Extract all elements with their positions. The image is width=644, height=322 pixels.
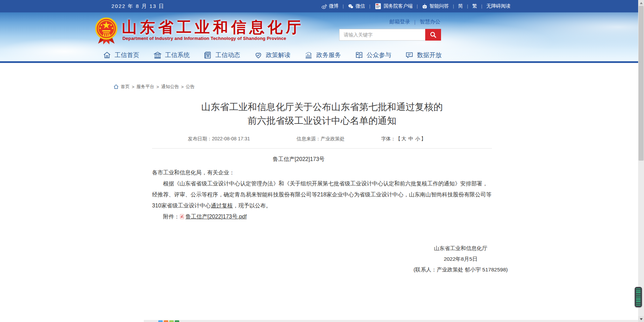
- font-size-large-button[interactable]: 大: [400, 136, 407, 141]
- pdf-icon: [180, 214, 185, 219]
- article-title: 山东省工业和信息化厅关于公布山东省第七批和通过复核的 前六批省级工业设计中心名单…: [152, 100, 492, 128]
- share-wechat-icon[interactable]: [164, 320, 168, 322]
- search-input[interactable]: [339, 29, 425, 41]
- breadcrumb-home[interactable]: 首页: [121, 84, 130, 90]
- share-weibo-icon[interactable]: [158, 320, 163, 322]
- arrow-down-icon: [640, 318, 643, 320]
- gov-client-icon: [374, 3, 382, 10]
- bank-icon: [153, 51, 162, 60]
- separator: |: [368, 4, 371, 9]
- meta-divider: [152, 148, 492, 149]
- search-button[interactable]: [425, 29, 441, 41]
- nav-item-system[interactable]: 工信系统: [153, 51, 190, 60]
- scrollbar[interactable]: [638, 0, 644, 322]
- signature-contact: (联系人：产业政策处 郁小宇 51782598): [407, 264, 514, 275]
- breadcrumb-service-platform[interactable]: 服务平台: [137, 84, 154, 90]
- main-paragraph: 根据《山东省省级工业设计中心认定管理办法》和《关于组织开展第七批省级工业设计中心…: [152, 178, 492, 211]
- nav-item-home[interactable]: 工信首页: [103, 51, 139, 60]
- arrow-up-icon: [640, 2, 643, 4]
- main-nav: 工信首页 工信系统 工信动态 政策解读: [103, 51, 442, 60]
- separator: |: [416, 4, 418, 9]
- separator: |: [414, 19, 416, 25]
- book-star-icon: [355, 51, 364, 60]
- review-link[interactable]: 通过复核: [211, 203, 233, 208]
- site-header: 山东省工业和信息化厅 Department of Industry and In…: [0, 12, 644, 63]
- weibo-icon: [321, 3, 327, 9]
- separator: |: [466, 4, 469, 9]
- site-title: 山东省工业和信息化厅: [122, 17, 304, 37]
- publish-date: 发布日期：2022-08-08 17:31: [188, 136, 250, 142]
- mail-login-link[interactable]: 邮箱登录: [389, 19, 410, 25]
- national-emblem-logo: [94, 17, 119, 45]
- nav-item-news[interactable]: 工信动态: [203, 51, 240, 60]
- home-icon: [103, 51, 111, 60]
- stripes-icon: [636, 289, 641, 305]
- home-icon: [114, 84, 119, 89]
- article-meta: 发布日期：2022-08-08 17:31 信息来源：产业政策处 字体：【大中小…: [152, 136, 492, 143]
- traditional-chinese-link[interactable]: 繁: [472, 3, 477, 9]
- share-more-icon[interactable]: [175, 320, 179, 322]
- share-qzone-icon[interactable]: [169, 320, 174, 322]
- signature-org: 山东省工业和信息化厅: [407, 243, 514, 254]
- attachment-row: 附件：鲁工信产[2022]173号.pdf: [152, 211, 492, 222]
- salutation: 各市工业和信息化局，有关企业：: [152, 167, 492, 178]
- search-icon: [430, 31, 437, 38]
- signature-date: 2022年8月5日: [407, 254, 514, 264]
- document-number: 鲁工信产[2022]173号: [129, 156, 469, 163]
- nav-item-services[interactable]: 政务服务: [304, 51, 341, 60]
- gov-client-link[interactable]: 国务院客户端: [374, 3, 412, 10]
- separator: |: [342, 4, 344, 9]
- search-box: [339, 29, 441, 41]
- scrollbar-thumb[interactable]: [638, 6, 644, 161]
- top-bar: 2022 年 8 月 13 日 微博 | 微信: [0, 0, 644, 12]
- chart-icon: [304, 51, 313, 60]
- nav-item-participation[interactable]: 公众参与: [355, 51, 391, 60]
- heart-handshake-icon: [254, 51, 263, 60]
- separator: |: [452, 4, 454, 9]
- nav-item-open-data[interactable]: 数据开放: [405, 51, 442, 60]
- simplified-chinese-link[interactable]: 简: [458, 3, 463, 9]
- scroll-down-button[interactable]: [638, 316, 644, 322]
- breadcrumb-announcement[interactable]: 公告: [186, 84, 195, 90]
- font-size-control: 字体：【大中小】: [381, 136, 426, 142]
- font-size-medium-button[interactable]: 中: [407, 136, 414, 141]
- attachment-pdf-link[interactable]: 鲁工信产[2022]173号.pdf: [180, 214, 247, 219]
- side-tool-widget[interactable]: [635, 287, 642, 307]
- smart-qa-link[interactable]: 智能问答: [422, 3, 449, 9]
- separator: |: [481, 4, 483, 9]
- footer-strip: [144, 320, 638, 322]
- site-subtitle: Department of Industry and Information T…: [122, 36, 286, 41]
- accessibility-link[interactable]: 无障碍阅读: [486, 3, 511, 9]
- quick-links: 邮箱登录 | 智慧办公: [389, 19, 440, 25]
- weibo-link[interactable]: 微博: [321, 3, 339, 9]
- nav-item-policy[interactable]: 政策解读: [254, 51, 291, 60]
- breadcrumb: 首页 > 服务平台 > 通知公告 > 公告: [114, 84, 644, 90]
- wechat-icon: [348, 3, 354, 9]
- scroll-up-button[interactable]: [638, 0, 644, 6]
- chat-bubble-icon: [405, 51, 414, 60]
- signature-block: 山东省工业和信息化厅 2022年8月5日 (联系人：产业政策处 郁小宇 5178…: [407, 243, 514, 275]
- article: 山东省工业和信息化厅关于公布山东省第七批和通过复核的 前六批省级工业设计中心名单…: [152, 100, 492, 275]
- news-icon: [203, 51, 212, 60]
- info-source: 信息来源：产业政策处: [297, 136, 345, 142]
- font-size-small-button[interactable]: 小: [414, 136, 421, 141]
- wechat-link[interactable]: 微信: [348, 3, 365, 9]
- current-date: 2022 年 8 月 13 日: [111, 0, 164, 12]
- robot-icon: [422, 3, 428, 9]
- topbar-links: 微博 | 微信 |: [321, 0, 511, 12]
- article-body: 各市工业和信息化局，有关企业： 根据《山东省省级工业设计中心认定管理办法》和《关…: [152, 167, 492, 222]
- breadcrumb-notices[interactable]: 通知公告: [161, 84, 179, 90]
- smart-office-link[interactable]: 智慧办公: [420, 19, 440, 25]
